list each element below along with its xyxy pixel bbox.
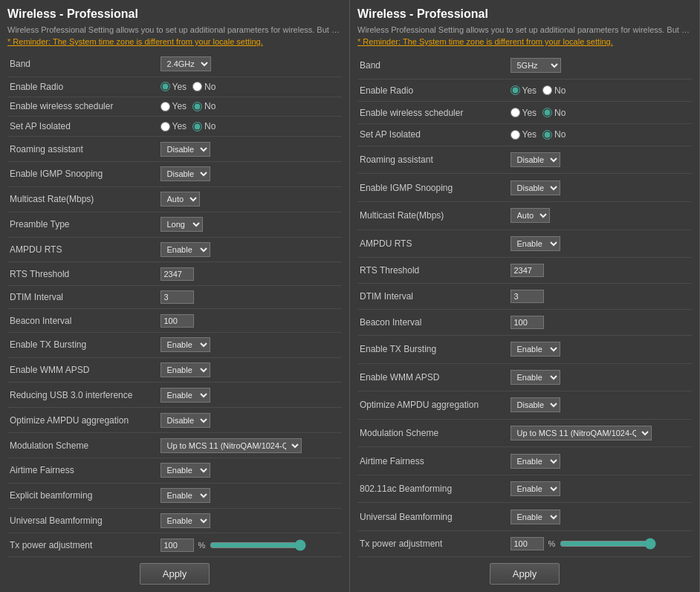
row-label: Preamble Type (7, 212, 158, 237)
row-label: Enable Radio (357, 79, 508, 102)
row-label: Airtime Fairness (7, 458, 158, 483)
radio-group: YesNo (161, 121, 340, 131)
row-select[interactable]: EnableDisable (161, 337, 210, 352)
table-row: Enable TX BurstingEnableDisable (357, 335, 692, 363)
table-row: Enable IGMP SnoopingDisableEnable (357, 174, 692, 202)
row-label: Enable IGMP Snooping (357, 174, 508, 202)
row-control: YesNo (158, 117, 343, 137)
radio-label[interactable]: Yes (511, 129, 537, 140)
row-select[interactable]: Auto (161, 192, 200, 206)
radio-label[interactable]: Yes (161, 82, 187, 92)
row-select[interactable]: DisableEnable (161, 166, 210, 181)
right-desc: Wireless Professional Setting allows you… (357, 25, 692, 34)
row-label: Tx power adjustment (357, 530, 508, 556)
text-input[interactable] (511, 290, 544, 303)
radio-label[interactable]: No (542, 129, 565, 140)
tx-power-input[interactable] (161, 539, 194, 552)
radio-input[interactable] (542, 108, 552, 117)
row-label: Beacon Interval (357, 310, 508, 336)
radio-input[interactable] (161, 122, 170, 131)
row-select[interactable]: EnableDisable (511, 481, 560, 496)
row-label: Band (357, 52, 508, 79)
radio-label[interactable]: No (542, 85, 565, 96)
radio-label[interactable]: No (542, 108, 565, 118)
radio-label[interactable]: Yes (161, 101, 187, 111)
table-row: Modulation SchemeUp to MCS 11 (NitroQAM/… (357, 419, 692, 447)
radio-label[interactable]: Yes (161, 121, 187, 131)
radio-input[interactable] (161, 82, 170, 91)
row-select[interactable]: EnableDisable (511, 370, 560, 385)
row-control (508, 258, 693, 284)
radio-input[interactable] (542, 85, 552, 95)
row-control: DisableEnable (508, 391, 693, 420)
row-select[interactable]: EnableDisable (161, 362, 210, 377)
row-select[interactable]: 2.4GHz5GHz (511, 58, 561, 73)
radio-input[interactable] (511, 130, 520, 140)
row-select[interactable]: DisableEnable (511, 397, 560, 412)
radio-input[interactable] (511, 108, 520, 117)
row-control (158, 285, 343, 308)
right-title: Wireless - Professional (357, 7, 692, 21)
row-label: 802.11ac Beamforming (357, 475, 508, 503)
row-control: EnableDisable (158, 458, 343, 483)
left-apply-button[interactable]: Apply (140, 563, 210, 585)
radio-label[interactable]: No (192, 121, 215, 131)
row-label: Optimize AMPDU aggregation (357, 391, 508, 420)
row-select[interactable]: EnableDisable (161, 513, 210, 528)
row-select[interactable]: EnableDisable (511, 454, 560, 469)
row-control: DisableEnable (508, 174, 693, 202)
text-input[interactable] (161, 290, 194, 304)
row-select[interactable]: EnableDisable (511, 510, 560, 524)
right-apply-button[interactable]: Apply (490, 563, 560, 585)
row-control: DisableEnable (158, 137, 343, 162)
row-control: % (508, 530, 693, 556)
row-control: EnableDisable (508, 475, 693, 503)
tx-power-input[interactable] (511, 537, 544, 550)
row-control: DisableEnable (508, 146, 693, 174)
radio-input[interactable] (192, 82, 202, 91)
radio-label[interactable]: Yes (511, 85, 537, 96)
percent-label: % (198, 541, 206, 550)
row-select[interactable]: DisableEnable (511, 180, 560, 195)
radio-label[interactable]: No (192, 82, 215, 92)
row-select[interactable]: EnableDisable (511, 236, 560, 251)
table-row: Set AP IsolatedYesNo (7, 117, 342, 137)
radio-label[interactable]: No (192, 101, 215, 111)
row-select[interactable]: EnableDisable (161, 242, 210, 257)
row-select-wide[interactable]: Up to MCS 11 (NitroQAM/1024-QAM) (161, 438, 302, 453)
row-control: YesNo (508, 124, 693, 146)
text-input[interactable] (511, 316, 544, 329)
table-row: DTIM Interval (7, 285, 342, 308)
left-reminder: * Reminder: The System time zone is diff… (7, 37, 342, 46)
row-select[interactable]: DisableEnable (161, 142, 210, 157)
radio-input[interactable] (192, 122, 202, 131)
row-select[interactable]: Auto (511, 208, 550, 223)
row-label: Reducing USB 3.0 interference (7, 383, 158, 408)
row-select-wide[interactable]: Up to MCS 11 (NitroQAM/1024-QAM) (511, 426, 652, 440)
radio-input[interactable] (161, 102, 170, 111)
text-input[interactable] (511, 264, 544, 277)
row-select[interactable]: EnableDisable (161, 488, 210, 503)
row-control (158, 309, 343, 332)
row-label: Multicast Rate(Mbps) (7, 186, 158, 212)
row-control: EnableDisable (158, 508, 343, 533)
radio-input[interactable] (511, 85, 520, 95)
row-select[interactable]: EnableDisable (511, 342, 560, 357)
tx-power-slider[interactable] (210, 539, 306, 551)
left-settings-table: Band2.4GHz5GHzEnable RadioYesNoEnable wi… (7, 52, 342, 557)
row-select[interactable]: EnableDisable (161, 388, 210, 403)
text-input[interactable] (161, 267, 194, 281)
row-select[interactable]: DisableEnable (161, 413, 210, 428)
table-row: Explicit beamformingEnableDisable (7, 483, 342, 508)
row-select[interactable]: 2.4GHz5GHz (161, 56, 211, 71)
row-select[interactable]: EnableDisable (161, 463, 210, 478)
radio-label[interactable]: Yes (511, 108, 537, 118)
tx-power-slider[interactable] (560, 538, 656, 550)
table-row: Optimize AMPDU aggregationDisableEnable (7, 408, 342, 433)
row-label: Modulation Scheme (7, 433, 158, 458)
radio-input[interactable] (542, 130, 552, 140)
row-select[interactable]: DisableEnable (511, 152, 560, 167)
text-input[interactable] (161, 314, 194, 328)
row-select[interactable]: LongShort (161, 217, 203, 232)
radio-input[interactable] (192, 102, 202, 111)
